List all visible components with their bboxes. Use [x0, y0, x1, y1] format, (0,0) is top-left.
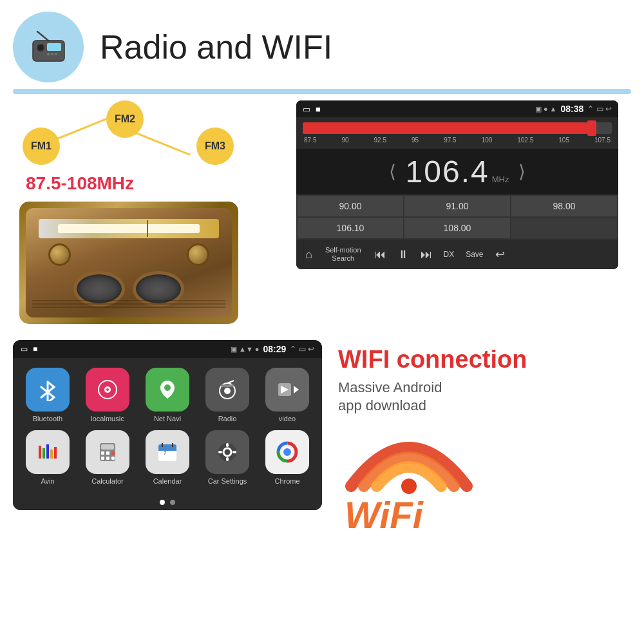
android-nav-icons: ⌃ ▭ ↩	[290, 345, 314, 354]
page-dot-1	[160, 500, 165, 505]
svg-rect-21	[46, 444, 49, 459]
save-button[interactable]: Save	[462, 247, 487, 261]
svg-rect-30	[106, 457, 109, 460]
app-calculator[interactable]: Calculator	[79, 430, 136, 485]
svg-point-10	[106, 388, 109, 391]
navi-label: Net Navi	[154, 415, 181, 422]
preset-4[interactable]: 106.10	[298, 218, 403, 238]
svg-rect-26	[101, 451, 104, 455]
svg-rect-40	[226, 443, 229, 447]
freq-prev-arrow[interactable]: ⟨	[389, 161, 396, 182]
rs-left-icons: ▭ ■	[303, 104, 321, 114]
bluetooth-label: Bluetooth	[33, 415, 62, 422]
window-icon: ▭	[303, 104, 310, 114]
current-frequency: 106.4	[406, 154, 489, 189]
fm1-node: FM1	[23, 128, 60, 165]
svg-rect-27	[106, 451, 109, 455]
svg-point-13	[224, 388, 231, 394]
self-motion-button[interactable]: Self-motionSearch	[320, 243, 366, 265]
wifi-title: WIFI connection	[338, 346, 527, 374]
page-title: Radio and WIFI	[100, 28, 332, 66]
svg-text:WiFi: WiFi	[345, 494, 424, 536]
preset-5[interactable]: 108.00	[404, 218, 510, 238]
freq-track	[303, 122, 612, 134]
freq-slider-area: 87.5 90 92.5 95 97.5 100 102.5 105 107.5	[296, 117, 618, 149]
svg-rect-20	[43, 448, 45, 459]
square-icon: ■	[316, 104, 321, 114]
nav-icons: ⌃ ▭ ↩	[587, 104, 612, 113]
radio-screen: ▭ ■ ▣ ● ▲ 08:38 ⌃ ▭ ↩ 87.5 90 92.5 95 97…	[296, 100, 618, 269]
app-navi[interactable]: Net Navi	[139, 368, 196, 422]
freq-labels: 87.5 90 92.5 95 97.5 100 102.5 105 107.5	[303, 137, 612, 144]
svg-rect-42	[218, 451, 222, 453]
android-time: 08:29	[263, 344, 287, 354]
svg-rect-31	[111, 457, 115, 460]
app-bluetooth[interactable]: Bluetooth	[19, 368, 76, 422]
wifi-subtitle: Massive Android app download	[338, 379, 442, 415]
svg-rect-29	[101, 457, 104, 460]
calendar-label: Calendar	[153, 477, 182, 485]
video-icon	[265, 368, 309, 412]
app-calendar[interactable]: 7 Calendar	[139, 430, 196, 485]
radio-tuner	[39, 219, 219, 238]
radio-body	[26, 208, 232, 317]
app-avin[interactable]: Avin	[19, 430, 76, 485]
freq-unit: MHz	[492, 175, 509, 184]
freq-next-arrow[interactable]: ⟩	[518, 161, 526, 182]
next-button[interactable]: ⏭	[417, 245, 436, 264]
preset-1[interactable]: 90.00	[298, 196, 403, 216]
svg-rect-28	[111, 451, 115, 455]
svg-text:7: 7	[164, 450, 167, 456]
app-video[interactable]: video	[259, 368, 316, 422]
avin-icon	[26, 430, 70, 474]
radio-status-bar: ▭ ■ ▣ ● ▲ 08:38 ⌃ ▭ ↩	[296, 100, 618, 117]
wifi-subtitle-line1: Massive Android	[338, 379, 442, 395]
svg-point-6	[51, 53, 53, 55]
radio-knob-right	[187, 243, 209, 266]
radio-controls: ⌂ Self-motionSearch ⏮ ⏸ ⏭ DX Save ↩	[296, 240, 618, 269]
wifi-svg: WiFi	[338, 428, 480, 544]
video-label: video	[279, 415, 296, 422]
app-chrome[interactable]: Chrome	[259, 430, 316, 485]
radio-label: Radio	[218, 415, 237, 422]
header-bar	[13, 89, 631, 94]
calculator-icon	[86, 430, 129, 474]
svg-point-5	[47, 53, 50, 55]
preset-2[interactable]: 91.00	[404, 196, 510, 216]
android-status-left: ▭ ■	[21, 345, 37, 354]
svg-point-49	[283, 448, 291, 456]
android-signal: ▣ ▲▼ ●	[231, 345, 260, 354]
svg-rect-25	[101, 444, 114, 450]
svg-line-15	[227, 381, 234, 383]
preset-3[interactable]: 98.00	[511, 196, 617, 216]
svg-point-50	[401, 478, 417, 494]
radio-icon-circle	[13, 12, 84, 82]
home-button[interactable]: ⌂	[301, 245, 316, 264]
radio-app-icon	[205, 368, 249, 412]
calculator-label: Calculator	[91, 477, 124, 485]
app-localmusic[interactable]: localmusic	[79, 368, 136, 422]
svg-point-7	[55, 53, 57, 55]
freq-display: ⟨ 106.4 MHz ⟩	[296, 149, 618, 194]
page-dot-2	[170, 500, 175, 505]
play-button[interactable]: ⏸	[393, 245, 413, 264]
fm-frequency: 87.5-108MHz	[26, 173, 134, 194]
prev-button[interactable]: ⏮	[370, 245, 390, 264]
bluetooth-icon	[26, 368, 70, 412]
back-button[interactable]: ↩	[491, 245, 509, 264]
chrome-icon	[265, 430, 309, 474]
android-square-icon: ■	[33, 345, 37, 354]
freq-fill	[303, 122, 587, 134]
app-settings[interactable]: Car Settings	[199, 430, 256, 485]
header-section: Radio and WIFI	[0, 0, 644, 89]
bottom-row: ▭ ■ ▣ ▲▼ ● 08:29 ⌃ ▭ ↩ Bluetooth	[0, 330, 644, 554]
radio-knobs	[48, 243, 209, 266]
chrome-label: Chrome	[274, 477, 299, 485]
dx-button[interactable]: DX	[440, 247, 459, 261]
radio-knob-left	[48, 243, 71, 266]
svg-rect-23	[54, 447, 57, 459]
app-radio[interactable]: Radio	[199, 368, 256, 422]
settings-label: Car Settings	[208, 477, 247, 485]
wifi-section: WIFI connection Massive Android app down…	[338, 340, 631, 544]
radio-tuner-bar	[58, 224, 200, 233]
